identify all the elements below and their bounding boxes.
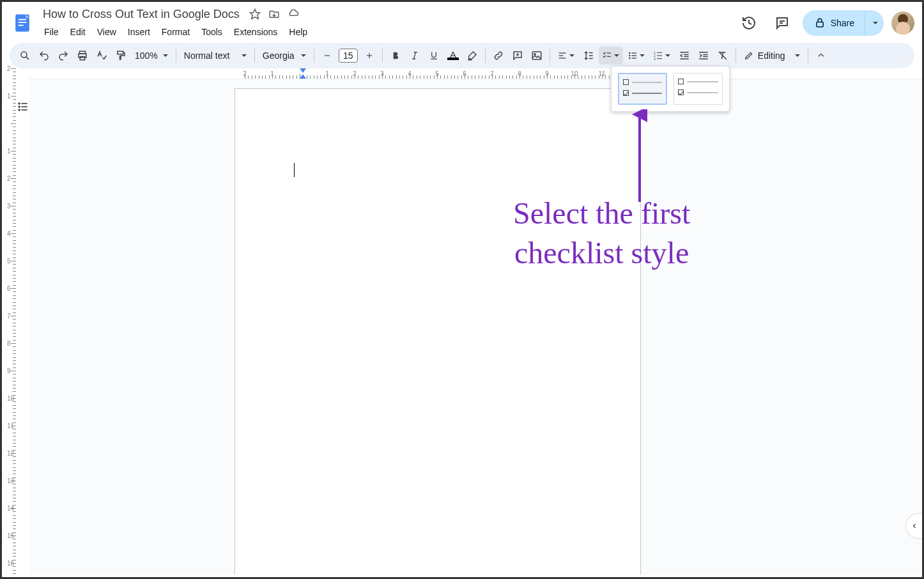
svg-marker-4 bbox=[250, 10, 259, 19]
font-size-input[interactable] bbox=[339, 49, 358, 63]
increase-font-size-button[interactable] bbox=[360, 47, 378, 65]
separator bbox=[176, 49, 176, 63]
align-button[interactable] bbox=[554, 47, 578, 65]
numbered-list-button[interactable]: 123 bbox=[650, 47, 674, 65]
separator bbox=[254, 49, 255, 63]
separator bbox=[485, 49, 486, 63]
clear-formatting-button[interactable] bbox=[714, 47, 732, 65]
horizontal-ruler[interactable]: 211234567891011121314 bbox=[30, 68, 922, 79]
menu-extensions[interactable]: Extensions bbox=[229, 24, 282, 40]
menu-view[interactable]: View bbox=[92, 24, 121, 40]
highlight-color-button[interactable] bbox=[463, 47, 481, 65]
paragraph-style-select[interactable]: Normal text bbox=[180, 47, 250, 65]
share-dropdown[interactable] bbox=[865, 10, 884, 36]
document-outline-button[interactable] bbox=[16, 99, 30, 114]
svg-point-34 bbox=[629, 52, 631, 54]
svg-point-54 bbox=[19, 103, 20, 104]
menu-tools[interactable]: Tools bbox=[196, 24, 227, 40]
separator bbox=[382, 49, 383, 63]
undo-button[interactable] bbox=[35, 47, 53, 65]
move-icon[interactable] bbox=[268, 8, 281, 20]
increase-indent-button[interactable] bbox=[695, 47, 712, 65]
svg-rect-7 bbox=[816, 22, 823, 27]
add-comment-button[interactable] bbox=[509, 47, 527, 65]
docs-logo[interactable] bbox=[10, 6, 35, 40]
search-menus-button[interactable] bbox=[16, 47, 34, 65]
paint-format-button[interactable] bbox=[112, 47, 130, 65]
svg-rect-37 bbox=[632, 52, 636, 53]
history-icon[interactable] bbox=[736, 10, 762, 36]
text-cursor bbox=[294, 163, 295, 177]
collapse-toolbar-button[interactable] bbox=[812, 47, 830, 65]
decrease-font-size-button[interactable] bbox=[318, 47, 336, 65]
underline-button[interactable] bbox=[425, 47, 443, 65]
svg-rect-39 bbox=[632, 58, 636, 58]
menubar: File Edit View Insert Format Tools Exten… bbox=[39, 23, 736, 41]
svg-point-24 bbox=[534, 54, 535, 55]
share-button[interactable]: Share bbox=[803, 10, 865, 36]
zoom-value: 100% bbox=[135, 50, 158, 61]
paragraph-style-value: Normal text bbox=[184, 50, 230, 61]
insert-link-button[interactable] bbox=[489, 47, 507, 65]
redo-button[interactable] bbox=[54, 47, 72, 65]
svg-point-58 bbox=[19, 109, 20, 111]
menu-edit[interactable]: Edit bbox=[65, 24, 91, 40]
comments-icon[interactable] bbox=[769, 10, 795, 36]
svg-rect-13 bbox=[118, 51, 123, 54]
svg-rect-2 bbox=[19, 22, 27, 23]
checklist-style-strikethrough[interactable] bbox=[618, 73, 667, 105]
star-icon[interactable] bbox=[249, 8, 261, 20]
document-canvas[interactable] bbox=[30, 79, 922, 575]
menu-help[interactable]: Help bbox=[284, 24, 312, 40]
checklist-button[interactable] bbox=[599, 47, 623, 65]
vertical-ruler[interactable]: 21123456789101112131415161718 bbox=[6, 79, 16, 575]
toolbar: 100% Normal text Georgia 123 Editing bbox=[10, 43, 914, 68]
menu-file[interactable]: File bbox=[39, 24, 64, 40]
checklist-style-plain[interactable] bbox=[674, 73, 723, 105]
separator bbox=[314, 49, 314, 63]
spellcheck-button[interactable] bbox=[93, 47, 111, 65]
separator bbox=[808, 49, 808, 63]
menu-insert[interactable]: Insert bbox=[123, 24, 155, 40]
cloud-status-icon[interactable] bbox=[287, 8, 300, 20]
italic-button[interactable] bbox=[406, 47, 424, 65]
menu-format[interactable]: Format bbox=[157, 24, 195, 40]
print-button[interactable] bbox=[73, 47, 91, 65]
font-family-select[interactable]: Georgia bbox=[259, 47, 310, 65]
separator bbox=[550, 49, 550, 63]
document-title[interactable]: How to Cross Out Text in Google Docs bbox=[39, 6, 243, 22]
svg-rect-3 bbox=[19, 25, 24, 26]
line-spacing-button[interactable] bbox=[580, 47, 597, 65]
separator bbox=[735, 49, 736, 63]
insert-image-button[interactable] bbox=[528, 47, 546, 65]
zoom-select[interactable]: 100% bbox=[131, 47, 172, 65]
svg-point-8 bbox=[21, 52, 27, 58]
document-page[interactable] bbox=[235, 88, 641, 575]
share-label: Share bbox=[831, 18, 854, 28]
svg-point-36 bbox=[629, 58, 631, 59]
svg-text:3: 3 bbox=[654, 58, 656, 61]
svg-rect-1 bbox=[19, 19, 27, 20]
checklist-style-popup bbox=[611, 66, 730, 112]
decrease-indent-button[interactable] bbox=[675, 47, 693, 65]
svg-rect-38 bbox=[632, 55, 636, 56]
editing-mode-select[interactable]: Editing bbox=[740, 47, 804, 65]
font-family-value: Georgia bbox=[263, 50, 295, 61]
svg-point-35 bbox=[629, 55, 631, 57]
editing-mode-value: Editing bbox=[758, 50, 785, 61]
bulleted-list-button[interactable] bbox=[624, 47, 649, 65]
share-button-group: Share bbox=[803, 10, 884, 36]
svg-line-19 bbox=[413, 52, 415, 59]
bold-button[interactable] bbox=[387, 47, 404, 65]
text-color-button[interactable] bbox=[444, 47, 462, 65]
account-avatar[interactable] bbox=[891, 12, 914, 35]
svg-point-56 bbox=[19, 106, 20, 107]
svg-line-9 bbox=[26, 57, 29, 59]
